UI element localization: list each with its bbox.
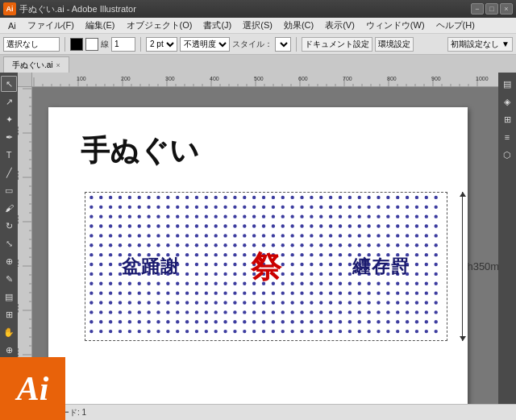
svg-point-183	[415, 206, 418, 209]
tool-type[interactable]: T	[1, 147, 17, 163]
tool-rect[interactable]: ▭	[1, 182, 17, 198]
svg-point-663	[406, 330, 409, 333]
svg-point-298	[99, 243, 102, 247]
ruler-corner	[18, 73, 32, 87]
tool-blend[interactable]: ⊕	[1, 253, 17, 269]
tool-mesh[interactable]: ⊞	[1, 306, 17, 322]
menu-format[interactable]: 書式(J)	[198, 18, 236, 33]
svg-point-229	[147, 224, 150, 227]
tool-direct-select[interactable]: ↗	[1, 94, 17, 110]
right-panel-item-3[interactable]: ⊞	[499, 111, 515, 127]
title-bar-controls: − □ ×	[471, 3, 513, 15]
svg-point-635	[138, 330, 141, 333]
stroke-label: 線	[101, 39, 109, 50]
maximize-button[interactable]: □	[485, 3, 498, 15]
svg-point-538	[272, 301, 275, 304]
menu-select[interactable]: 選択(S)	[238, 18, 277, 33]
svg-point-608	[233, 320, 236, 323]
tool-line[interactable]: ╱	[1, 164, 17, 181]
svg-point-245	[300, 224, 303, 227]
svg-text:700: 700	[343, 76, 352, 81]
svg-point-238	[233, 224, 236, 227]
svg-point-581	[329, 310, 332, 314]
svg-point-350	[243, 253, 246, 256]
svg-point-631	[99, 330, 102, 333]
tab-tenugui[interactable]: 手ぬぐい.ai ×	[3, 56, 69, 73]
svg-point-260	[89, 234, 93, 237]
svg-point-336	[109, 253, 112, 256]
tool-pen[interactable]: ✒	[1, 129, 17, 145]
svg-point-332	[425, 243, 428, 247]
svg-point-510	[358, 291, 361, 294]
svg-point-157	[166, 206, 169, 209]
svg-point-602	[176, 320, 179, 323]
svg-point-513	[386, 291, 389, 294]
toolbar-sep-1	[64, 37, 65, 52]
right-panel-item-1[interactable]: ▤	[499, 76, 515, 92]
svg-point-405	[415, 263, 418, 266]
svg-point-278	[262, 234, 265, 237]
right-panel-item-2[interactable]: ◈	[499, 94, 515, 110]
svg-point-146	[415, 196, 418, 199]
svg-point-573	[252, 310, 256, 314]
svg-point-307	[185, 243, 189, 247]
tab-close-icon[interactable]: ×	[56, 61, 60, 69]
svg-point-116	[128, 196, 131, 199]
svg-point-325	[358, 243, 361, 247]
doc-settings-button[interactable]: ドキュメント設定	[302, 37, 372, 52]
svg-point-564	[166, 310, 169, 314]
stroke-style-select[interactable]: 不透明度	[180, 37, 230, 52]
right-panel-item-5[interactable]: ⬡	[499, 147, 515, 163]
tool-hand[interactable]: ✋	[1, 324, 17, 340]
toolbar-stroke-section: 2 pt 1 pt 不透明度 スタイル：	[146, 37, 291, 52]
tool-select[interactable]: ↖	[1, 76, 17, 92]
svg-point-479	[415, 282, 418, 285]
svg-point-237	[223, 224, 227, 227]
env-settings-button[interactable]: 環境設定	[375, 37, 414, 52]
svg-point-177	[358, 206, 361, 209]
svg-point-446	[99, 282, 102, 285]
stroke-width-select[interactable]: 2 pt 1 pt	[146, 37, 177, 52]
fill-color[interactable]	[70, 38, 83, 51]
close-button[interactable]: ×	[500, 3, 513, 15]
svg-point-579	[310, 310, 313, 314]
menu-window[interactable]: ウィンドウ(W)	[361, 18, 430, 33]
svg-point-592	[435, 310, 438, 314]
initial-settings-button[interactable]: 初期設定なし ▼	[447, 37, 513, 52]
menu-ai[interactable]: Ai	[3, 19, 21, 32]
svg-point-322	[329, 243, 332, 247]
stroke-color[interactable]	[85, 38, 98, 51]
svg-point-506	[319, 291, 322, 294]
tool-brush[interactable]: 🖌	[1, 200, 17, 216]
menu-effect[interactable]: 効果(C)	[279, 18, 318, 33]
svg-point-242	[272, 224, 275, 227]
svg-point-246	[310, 224, 313, 227]
tool-eyedropper[interactable]: ✎	[1, 271, 17, 287]
svg-point-288	[358, 234, 361, 237]
minimize-button[interactable]: −	[471, 3, 484, 15]
svg-point-569	[214, 310, 218, 314]
tool-zoom[interactable]: ⊕	[1, 342, 17, 358]
stroke-value[interactable]	[111, 37, 135, 52]
svg-point-566	[185, 310, 189, 314]
svg-point-139	[348, 196, 352, 199]
svg-point-250	[348, 224, 352, 227]
tool-scale[interactable]: ⤡	[1, 235, 17, 252]
right-panel-item-4[interactable]: ≡	[499, 129, 515, 145]
tool-magic-wand[interactable]: ✦	[1, 111, 17, 127]
menu-edit[interactable]: 編集(E)	[81, 18, 120, 33]
menu-view[interactable]: 表示(V)	[320, 18, 360, 33]
select-input[interactable]	[3, 37, 60, 52]
svg-point-504	[300, 291, 303, 294]
menu-file[interactable]: ファイル(F)	[23, 18, 79, 33]
menu-object[interactable]: オブジェクト(O)	[122, 18, 198, 33]
tool-gradient[interactable]: ▤	[1, 289, 17, 305]
tool-rotate[interactable]: ↻	[1, 218, 17, 234]
menu-help[interactable]: ヘルプ(H)	[431, 18, 480, 33]
tenugui-design[interactable]: 盆踊謝 祭 纒存罸	[85, 192, 447, 341]
svg-point-422	[223, 272, 227, 276]
svg-point-163	[223, 206, 227, 209]
style-select[interactable]	[275, 37, 291, 52]
svg-point-248	[329, 224, 332, 227]
svg-point-240	[252, 224, 256, 227]
